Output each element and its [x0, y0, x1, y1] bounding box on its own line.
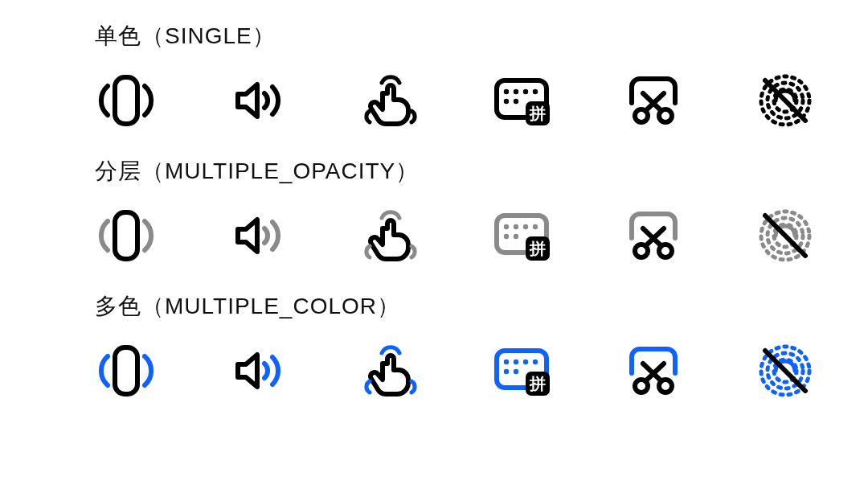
svg-point-2: [504, 89, 509, 94]
svg-point-3: [514, 89, 518, 94]
icon-row: 拼: [95, 339, 868, 402]
svg-point-6: [504, 99, 509, 104]
svg-point-23: [514, 234, 518, 239]
section-title-en: MULTIPLE_COLOR: [165, 294, 377, 318]
phone-vibrate-icon: [95, 69, 158, 132]
volume-icon: [227, 69, 289, 132]
svg-text:拼: 拼: [529, 240, 546, 257]
svg-text:拼: 拼: [529, 375, 546, 392]
fingerprint-off-icon: [754, 204, 817, 267]
section-title-en: MULTIPLE_OPACITY: [165, 158, 395, 183]
svg-line-47: [765, 351, 805, 391]
section-title-zh: 多色: [95, 294, 141, 318]
phone-vibrate-icon: [95, 204, 158, 267]
svg-line-31: [765, 216, 805, 256]
section-title: 多色（MULTIPLE_COLOR）: [95, 291, 868, 322]
keyboard-pinyin-icon: 拼: [490, 204, 553, 267]
svg-rect-32: [115, 347, 137, 394]
section-title-zh: 分层: [95, 158, 141, 183]
svg-point-37: [533, 360, 538, 364]
touch-gesture-icon: [358, 69, 421, 132]
keyboard-pinyin-icon: 拼: [490, 339, 553, 402]
screenshot-crop-icon: [622, 204, 685, 267]
svg-rect-16: [115, 212, 137, 259]
svg-rect-0: [115, 77, 137, 124]
svg-point-5: [533, 89, 538, 94]
icon-row: 拼: [95, 69, 868, 132]
svg-point-7: [514, 99, 518, 104]
section-opacity: 分层（MULTIPLE_OPACITY）拼: [95, 156, 868, 267]
svg-point-34: [504, 360, 509, 364]
icon-row: 拼: [95, 204, 868, 267]
volume-icon: [227, 204, 289, 267]
svg-point-18: [504, 224, 509, 229]
svg-point-36: [523, 360, 528, 364]
touch-gesture-icon: [358, 339, 421, 402]
section-single: 单色（SINGLE）拼: [95, 21, 868, 132]
svg-point-4: [523, 89, 528, 94]
section-title-en: SINGLE: [165, 23, 252, 48]
svg-point-38: [504, 369, 509, 374]
touch-gesture-icon: [358, 204, 421, 267]
svg-line-15: [765, 80, 805, 121]
screenshot-crop-icon: [622, 339, 685, 402]
section-title-zh: 单色: [95, 23, 141, 48]
keyboard-pinyin-icon: 拼: [490, 69, 553, 132]
svg-point-20: [523, 224, 528, 229]
svg-point-21: [533, 224, 538, 229]
svg-point-35: [514, 360, 518, 364]
section-title: 分层（MULTIPLE_OPACITY）: [95, 156, 868, 187]
phone-vibrate-icon: [95, 339, 158, 402]
section-title: 单色（SINGLE）: [95, 21, 868, 51]
fingerprint-off-icon: [754, 69, 817, 132]
screenshot-crop-icon: [622, 69, 685, 132]
volume-icon: [227, 339, 289, 402]
svg-point-19: [514, 224, 518, 229]
svg-point-22: [504, 234, 509, 239]
icon-style-sheet: 单色（SINGLE）拼分层（MULTIPLE_OPACITY）拼多色（MULTI…: [0, 0, 868, 489]
svg-text:拼: 拼: [529, 105, 546, 122]
svg-point-39: [514, 369, 518, 374]
section-color: 多色（MULTIPLE_COLOR）拼: [95, 291, 868, 402]
fingerprint-off-icon: [754, 339, 817, 402]
